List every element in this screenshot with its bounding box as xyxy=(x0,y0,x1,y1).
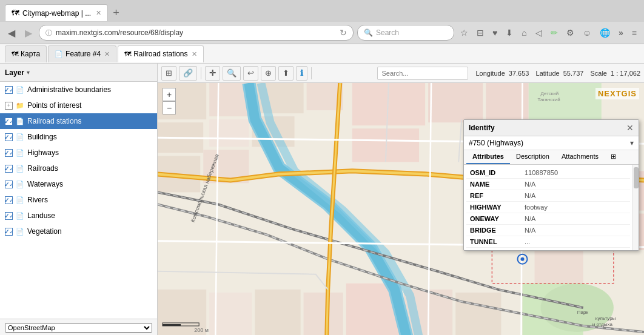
history-icon[interactable]: ◁ xyxy=(533,27,545,39)
layer-icon-highways: 📄 xyxy=(16,149,24,157)
zoom-in-tool-btn[interactable]: 🔍 xyxy=(223,66,241,81)
identify-scrollbar-thumb xyxy=(634,167,639,188)
identify-feature-dropdown[interactable]: ▾ xyxy=(630,139,634,147)
grid-tool-btn[interactable]: ⊞ xyxy=(161,66,176,81)
layer-item-vegetation[interactable]: ✓ 📄 Vegetation xyxy=(0,224,157,239)
layer-icon-admin: 📄 xyxy=(16,86,24,94)
tab-favicon: 🗺 xyxy=(12,8,19,18)
layer-icon-buildings: 📄 xyxy=(16,133,24,141)
layer-dropdown-arrow[interactable]: ▾ xyxy=(27,69,30,76)
browser-search-box[interactable]: 🔍 Search xyxy=(357,25,454,41)
layer-item-poi[interactable]: + 📁 Points of interest xyxy=(0,98,157,113)
map-search-input[interactable] xyxy=(377,67,468,80)
feature-tab-close[interactable]: ✕ xyxy=(104,50,110,58)
new-tab-button[interactable]: + xyxy=(109,7,123,19)
layer-item-buildings[interactable]: ✓ 📄 Buildings xyxy=(0,129,157,145)
feature-tab-label: Feature #4 xyxy=(65,50,101,58)
layer-icon-poi: 📁 xyxy=(16,102,24,110)
layer-name-rivers: Rivers xyxy=(27,196,48,204)
map-view[interactable]: Комсомольская набережная ул. Баум... Дет… xyxy=(158,83,644,335)
railroad-tab-icon: 🗺 xyxy=(124,50,131,58)
tab-close-btn[interactable]: ✕ xyxy=(96,9,101,17)
url-bar[interactable]: ⓘ maxim.nextgis.com/resource/68/display … xyxy=(39,25,354,41)
identify-tab-description[interactable]: Description xyxy=(510,150,555,164)
toolbar-sep-1 xyxy=(201,67,201,79)
layer-checkbox-poi[interactable]: + xyxy=(5,102,13,110)
attr-row-tunnel: TUNNEL ... xyxy=(466,236,630,248)
attr-val-bridge: N/A xyxy=(521,225,630,236)
menu-icon[interactable]: ≡ xyxy=(629,27,639,39)
download-icon[interactable]: ⬇ xyxy=(503,27,515,39)
identify-tab-attachments[interactable]: Attachments xyxy=(555,150,605,164)
layer-item-railroads[interactable]: ✓ 📄 Railroads xyxy=(0,161,157,176)
back-button[interactable]: ◀ xyxy=(5,26,18,40)
layer-item-landuse[interactable]: ✓ 📄 Landuse xyxy=(0,208,157,224)
identify-tab-attributes[interactable]: Attributes xyxy=(466,150,510,164)
home-icon[interactable]: ⌂ xyxy=(519,27,529,39)
move-tool-btn[interactable]: ✛ xyxy=(205,66,220,81)
layer-list: ✓ 📄 Administrative boundaries + 📁 Points… xyxy=(0,82,157,319)
zoom-in-button[interactable]: + xyxy=(163,88,176,101)
export-tool-btn[interactable]: ⬆ xyxy=(278,66,293,81)
link-tool-btn[interactable]: 🔗 xyxy=(179,66,197,81)
layer-icon-rivers: 📄 xyxy=(16,196,24,204)
svg-rect-15 xyxy=(428,83,483,122)
tab-karta[interactable]: 🗺 Карта xyxy=(5,45,47,62)
attr-val-highway: footway xyxy=(521,202,630,213)
identify-tab-ext[interactable]: ⊞ xyxy=(605,150,622,164)
layer-icon-waterways: 📄 xyxy=(16,181,24,188)
layer-checkbox-highways[interactable]: ✓ xyxy=(5,149,13,157)
zoom-out-button[interactable]: − xyxy=(163,101,176,114)
identify-content-area: OSM_ID 110887850 NAME N/A REF N/A xyxy=(464,165,639,250)
reading-view-icon[interactable]: ⊟ xyxy=(474,27,486,39)
basemap-select[interactable]: OpenStreetMap xyxy=(5,323,152,333)
identify-attributes-content: OSM_ID 110887850 NAME N/A REF N/A xyxy=(464,165,632,250)
layer-icon-railstations: 📄 xyxy=(16,118,24,125)
layer-name-poi: Points of interest xyxy=(27,101,81,110)
emoji-icon[interactable]: ☺ xyxy=(580,27,594,39)
longitude-value: 37.653 xyxy=(509,70,529,77)
layer-checkbox-railroads[interactable]: ✓ xyxy=(5,165,13,173)
identify-close-button[interactable]: ✕ xyxy=(626,123,634,133)
layer-checkbox-landuse[interactable]: ✓ xyxy=(5,212,13,220)
layer-checkbox-admin[interactable]: ✓ xyxy=(5,86,13,94)
layer-item-railstations[interactable]: ✓ 📄 Railroad stations xyxy=(0,113,157,129)
layer-checkbox-rivers[interactable]: ✓ xyxy=(5,196,13,204)
attr-val-osmid: 110887850 xyxy=(521,167,630,179)
info-tool-btn[interactable]: ℹ xyxy=(296,66,307,81)
svg-rect-30 xyxy=(455,293,501,335)
attr-row-name: NAME N/A xyxy=(466,179,630,190)
back-extent-btn[interactable]: ↩ xyxy=(243,66,258,81)
layer-item-rivers[interactable]: ✓ 📄 Rivers xyxy=(0,192,157,208)
more-icon[interactable]: » xyxy=(616,27,626,39)
layer-name-vegetation: Vegetation xyxy=(27,227,62,236)
layer-checkbox-waterways[interactable]: ✓ xyxy=(5,181,13,188)
sidebar-footer: OpenStreetMap xyxy=(0,319,157,335)
identify-header: Identify ✕ xyxy=(464,120,639,136)
tab-railroads[interactable]: 🗺 Railroad stations ✕ xyxy=(118,45,203,62)
layer-checkbox-vegetation[interactable]: ✓ xyxy=(5,228,13,236)
layer-checkbox-buildings[interactable]: ✓ xyxy=(5,133,13,141)
identify-tool-btn[interactable]: ⊕ xyxy=(261,66,276,81)
svg-text:и отдыха: и отдыха xyxy=(592,322,613,327)
layer-icon-railroads: 📄 xyxy=(16,165,24,173)
layer-checkbox-railstations[interactable]: ✓ xyxy=(5,118,13,125)
forward-button[interactable]: ▶ xyxy=(22,26,35,40)
railroad-tab-close[interactable]: ✕ xyxy=(192,50,197,58)
pen-icon[interactable]: ✏ xyxy=(548,27,560,39)
browser-tab-citymap[interactable]: 🗺 Citymap-webmap | ... ✕ xyxy=(5,4,108,21)
layer-header-label: Layer xyxy=(5,68,24,77)
identify-scrollbar[interactable] xyxy=(632,165,639,250)
svg-text:200 м: 200 м xyxy=(194,327,209,333)
layer-item-highways[interactable]: ✓ 📄 Highways xyxy=(0,145,157,161)
tab-feature4[interactable]: 📄 Feature #4 ✕ xyxy=(48,45,116,62)
settings-icon[interactable]: ⚙ xyxy=(564,27,577,39)
layer-item-admin[interactable]: ✓ 📄 Administrative boundaries xyxy=(0,82,157,98)
refresh-icon[interactable]: ↻ xyxy=(340,28,347,38)
favorites-icon[interactable]: ♥ xyxy=(490,27,500,39)
bookmark-star-icon[interactable]: ☆ xyxy=(458,27,471,39)
layer-item-waterways[interactable]: ✓ 📄 Waterways xyxy=(0,176,157,192)
layer-name-highways: Highways xyxy=(27,148,59,157)
layer-header: Layer ▾ xyxy=(0,64,157,82)
globe-icon[interactable]: 🌐 xyxy=(597,27,612,39)
